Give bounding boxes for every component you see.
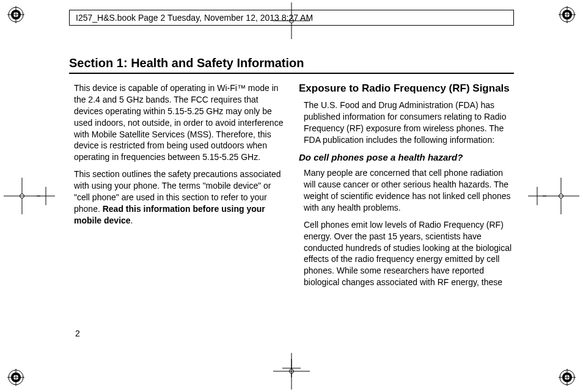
columns: This device is capable of operating in W… bbox=[69, 82, 514, 294]
paragraph: This section outlines the safety precaut… bbox=[74, 169, 284, 226]
subheading: Exposure to Radio Frequency (RF) Signals bbox=[299, 82, 514, 95]
text: This device is capable of operating in W… bbox=[74, 83, 283, 162]
crop-mark-icon bbox=[282, 359, 301, 377]
registration-mark-icon bbox=[7, 6, 24, 23]
header-text: I257_H&S.book Page 2 Tuesday, November 1… bbox=[76, 13, 313, 23]
paragraph: The U.S. Food and Drug Administration (F… bbox=[304, 100, 514, 146]
text: . bbox=[131, 216, 133, 225]
page-content: Section 1: Health and Safety Information… bbox=[69, 56, 514, 294]
registration-mark-icon bbox=[559, 6, 576, 23]
page-number: 2 bbox=[75, 328, 80, 338]
crop-mark-icon bbox=[37, 187, 55, 205]
text-bold: Read this information before using your … bbox=[74, 204, 265, 225]
paragraph: This device is capable of operating in W… bbox=[74, 82, 284, 163]
registration-mark-icon bbox=[7, 369, 24, 386]
crop-mark-icon bbox=[528, 187, 546, 205]
title-rule bbox=[69, 73, 514, 74]
paragraph: Cell phones emit low levels of Radio Fre… bbox=[304, 219, 514, 288]
document-header: I257_H&S.book Page 2 Tuesday, November 1… bbox=[69, 10, 514, 26]
section-title: Section 1: Health and Safety Information bbox=[69, 56, 514, 70]
paragraph: Many people are concerned that cell phon… bbox=[304, 167, 514, 214]
subheading-italic: Do cell phones pose a health hazard? bbox=[299, 151, 514, 164]
registration-mark-icon bbox=[559, 369, 576, 386]
crop-mark-icon bbox=[543, 178, 579, 214]
column-left: This device is capable of operating in W… bbox=[69, 82, 284, 294]
column-right: Exposure to Radio Frequency (RF) Signals… bbox=[299, 82, 514, 294]
crop-mark-icon bbox=[4, 178, 40, 214]
